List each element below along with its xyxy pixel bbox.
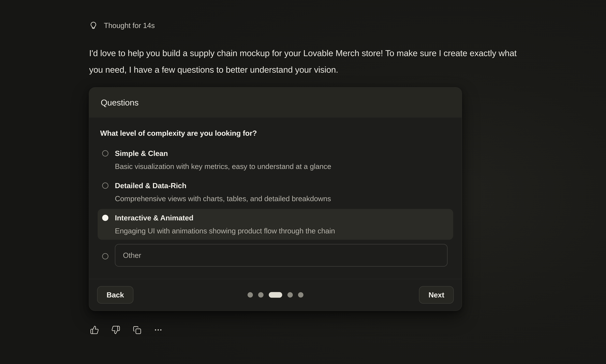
copy-icon xyxy=(133,325,141,335)
pagination-dot xyxy=(247,292,253,298)
thumbs-down-button[interactable] xyxy=(111,325,120,335)
option-interactive-animated[interactable]: Interactive & Animated Engaging UI with … xyxy=(98,209,453,240)
card-header: Questions xyxy=(89,88,462,117)
questions-card: Questions What level of complexity are y… xyxy=(89,87,462,311)
option-other[interactable] xyxy=(98,241,453,269)
question-text: What level of complexity are you looking… xyxy=(100,129,453,137)
option-description: Engaging UI with animations showing prod… xyxy=(115,226,335,236)
card-footer: Back Next xyxy=(89,279,462,311)
pagination-dots xyxy=(247,292,303,298)
lightbulb-icon xyxy=(89,21,98,30)
option-text: Interactive & Animated Engaging UI with … xyxy=(115,213,335,236)
option-text: Simple & Clean Basic visualization with … xyxy=(115,148,331,171)
other-option-input[interactable] xyxy=(115,244,447,267)
assistant-message: I'd love to help you build a supply chai… xyxy=(89,45,522,78)
thought-toggle[interactable]: Thought for 14s xyxy=(89,21,155,30)
pagination-dot xyxy=(287,292,293,298)
option-simple-clean[interactable]: Simple & Clean Basic visualization with … xyxy=(98,144,453,175)
chat-message-area: Thought for 14s I'd love to help you bui… xyxy=(0,0,606,364)
option-title: Simple & Clean xyxy=(115,148,331,158)
option-title: Detailed & Data-Rich xyxy=(115,181,331,191)
ellipsis-icon xyxy=(154,325,163,335)
next-button[interactable]: Next xyxy=(419,286,454,304)
card-body: What level of complexity are you looking… xyxy=(89,117,462,279)
radio-unchecked-icon[interactable] xyxy=(102,182,108,189)
option-detailed-data-rich[interactable]: Detailed & Data-Rich Comprehensive views… xyxy=(98,177,453,208)
option-description: Comprehensive views with charts, tables,… xyxy=(115,194,331,204)
pagination-dot xyxy=(298,292,303,298)
copy-button[interactable] xyxy=(133,325,141,335)
thumbs-down-icon xyxy=(111,325,120,335)
thumbs-up-button[interactable] xyxy=(90,325,99,335)
radio-unchecked-icon[interactable] xyxy=(102,150,108,156)
radio-checked-icon[interactable] xyxy=(102,215,108,221)
message-actions xyxy=(90,325,163,335)
option-description: Basic visualization with key metrics, ea… xyxy=(115,161,331,171)
option-text: Detailed & Data-Rich Comprehensive views… xyxy=(115,181,331,204)
pagination-dot-active xyxy=(269,292,282,298)
card-title: Questions xyxy=(101,98,138,107)
thought-label: Thought for 14s xyxy=(104,21,155,30)
option-title: Interactive & Animated xyxy=(115,213,335,223)
pagination-dot xyxy=(258,292,263,298)
thumbs-up-icon xyxy=(90,325,99,335)
more-options-button[interactable] xyxy=(154,325,163,335)
radio-unchecked-icon[interactable] xyxy=(102,253,108,260)
back-button[interactable]: Back xyxy=(97,286,134,304)
